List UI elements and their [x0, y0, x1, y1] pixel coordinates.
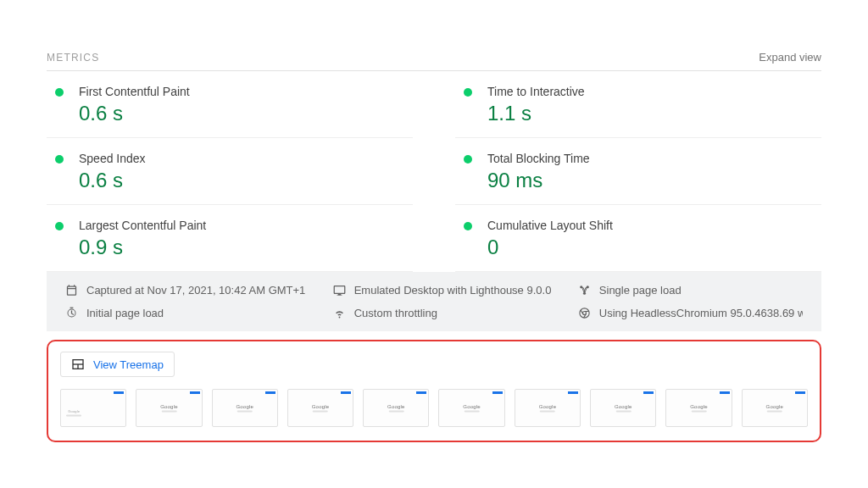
info-text: Captured at Nov 17, 2021, 10:42 AM GMT+1	[86, 284, 305, 297]
metric-value: 0.9 s	[79, 236, 206, 259]
info-text: Using HeadlessChromium 95.0.4638.69 with…	[599, 307, 803, 319]
filmstrip-frame[interactable]: Google	[438, 389, 504, 427]
filmstrip-frame[interactable]: Google	[136, 389, 202, 427]
calendar-icon	[65, 284, 78, 297]
info-browser: Using HeadlessChromium 95.0.4638.69 with…	[578, 307, 803, 319]
filmstrip: GoogleGoogleGoogleGoogleGoogleGoogleGoog…	[60, 389, 808, 427]
status-dot-icon	[464, 88, 472, 97]
metric-value: 0.6 s	[79, 169, 146, 192]
metric-total-blocking-time: Total Blocking Time 90 ms	[455, 138, 821, 205]
info-emulated: Emulated Desktop with Lighthouse 9.0.0	[333, 284, 558, 297]
filmstrip-frame[interactable]: Google	[212, 389, 278, 427]
metric-label: Cumulative Layout Shift	[487, 219, 613, 232]
filmstrip-frame[interactable]: Google	[287, 389, 353, 427]
desktop-icon	[333, 284, 346, 297]
metrics-grid: First Contentful Paint 0.6 s Time to Int…	[47, 71, 821, 272]
section-title: METRICS	[47, 52, 99, 64]
status-dot-icon	[464, 222, 472, 230]
status-dot-icon	[55, 88, 64, 97]
stopwatch-icon	[65, 307, 78, 319]
metric-label: Time to Interactive	[487, 85, 585, 98]
treemap-icon	[71, 358, 85, 371]
chrome-icon	[578, 307, 591, 319]
metric-label: Total Blocking Time	[487, 152, 590, 165]
svg-point-2	[583, 292, 586, 295]
metric-time-to-interactive: Time to Interactive 1.1 s	[455, 71, 821, 138]
metric-largest-contentful-paint: Largest Contentful Paint 0.9 s	[47, 205, 413, 272]
status-dot-icon	[55, 222, 64, 230]
filmstrip-frame[interactable]: Google	[60, 389, 126, 427]
svg-rect-3	[70, 308, 74, 308]
metric-label: Largest Contentful Paint	[79, 219, 206, 232]
status-dot-icon	[464, 155, 472, 164]
metric-value: 0	[487, 236, 613, 259]
expand-view-link[interactable]: Expand view	[759, 51, 821, 64]
info-text: Custom throttling	[354, 307, 437, 319]
filmstrip-frame[interactable]: Google	[665, 389, 732, 427]
treemap-filmstrip-region: View Treemap GoogleGoogleGoogleGoogleGoo…	[47, 340, 821, 442]
view-treemap-label: View Treemap	[93, 358, 164, 371]
metric-value: 90 ms	[487, 169, 590, 192]
metric-cumulative-layout-shift: Cumulative Layout Shift 0	[455, 205, 821, 272]
info-text: Initial page load	[86, 307, 164, 319]
info-throttling: Custom throttling	[333, 307, 558, 319]
filmstrip-frame[interactable]: Google	[515, 389, 581, 427]
info-captured: Captured at Nov 17, 2021, 10:42 AM GMT+1	[65, 284, 313, 297]
info-initial-load: Initial page load	[65, 307, 313, 319]
run-info-panel: Captured at Nov 17, 2021, 10:42 AM GMT+1…	[47, 272, 821, 331]
view-treemap-button[interactable]: View Treemap	[60, 352, 175, 377]
metric-first-contentful-paint: First Contentful Paint 0.6 s	[47, 71, 413, 138]
metric-value: 1.1 s	[487, 102, 585, 125]
info-text: Single page load	[599, 284, 682, 297]
metric-speed-index: Speed Index 0.6 s	[47, 138, 413, 205]
filmstrip-frame[interactable]: Google	[363, 389, 429, 427]
filmstrip-frame[interactable]: Google	[742, 389, 808, 427]
metric-label: Speed Index	[79, 152, 146, 165]
metric-label: First Contentful Paint	[79, 85, 190, 98]
status-dot-icon	[55, 155, 64, 164]
wifi-icon	[333, 307, 346, 319]
filmstrip-frame[interactable]: Google	[590, 389, 656, 427]
network-icon	[578, 284, 591, 297]
info-load-type: Single page load	[578, 284, 803, 297]
metric-value: 0.6 s	[79, 102, 190, 125]
info-text: Emulated Desktop with Lighthouse 9.0.0	[354, 284, 552, 297]
